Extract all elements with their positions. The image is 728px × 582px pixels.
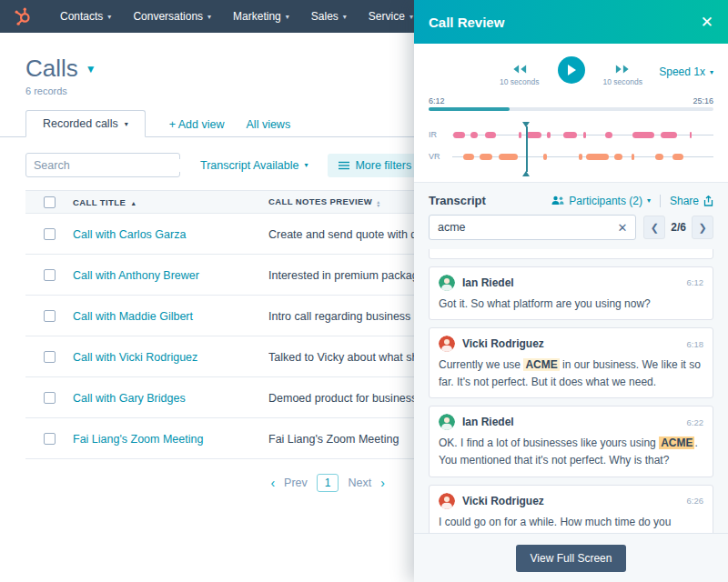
fast-forward-icon — [615, 64, 630, 75]
speed-selector[interactable]: Speed 1x ▾ — [659, 65, 713, 78]
select-all-checkbox[interactable] — [44, 196, 56, 208]
speaker-tracks: IRVR — [429, 122, 713, 176]
nav-item-service[interactable]: Service▾ — [359, 6, 422, 26]
row-checkbox[interactable] — [44, 269, 56, 281]
add-view-link[interactable]: + Add view — [158, 112, 236, 137]
transcript-search-input[interactable] — [438, 221, 617, 234]
transcript-message[interactable]: Vicki Rodriguez6:18Currently we use ACME… — [429, 327, 713, 398]
nav-item-sales[interactable]: Sales▾ — [302, 6, 356, 26]
transcript-section: Transcript Participants (2) ▾ Share — [414, 182, 728, 533]
call-title-header-label: CALL TITLE — [73, 197, 126, 207]
chevron-down-icon: ▾ — [286, 13, 289, 21]
page-title-caret-icon[interactable]: ▼ — [86, 63, 96, 75]
nav-item-label: Conversations — [133, 10, 203, 23]
speech-segment — [480, 154, 492, 160]
row-checkbox[interactable] — [44, 310, 56, 322]
nav-item-marketing[interactable]: Marketing▾ — [224, 6, 298, 26]
transcript-available-label: Transcript Available — [200, 159, 298, 172]
more-filters-label: More filters — [355, 159, 411, 172]
clear-search-icon[interactable]: ✕ — [617, 221, 627, 235]
search-match-highlight: ACME — [523, 358, 559, 371]
call-notes-header-label: CALL NOTES PREVIEW — [268, 196, 372, 206]
call-title-link[interactable]: Call with Vicki Rodriguez — [73, 351, 197, 364]
transcript-message[interactable]: We've been growing fine in the current c… — [429, 249, 713, 259]
all-views-link[interactable]: All views — [236, 112, 302, 137]
chevron-down-icon: ▾ — [710, 68, 713, 76]
message-timestamp: 6:12 — [687, 277, 704, 287]
current-time: 6:12 — [429, 96, 445, 105]
transcript-messages: We've been growing fine in the current c… — [414, 249, 728, 533]
chevron-down-icon: ▾ — [304, 161, 308, 169]
rewind-icon — [512, 64, 527, 75]
row-checkbox[interactable] — [44, 392, 56, 404]
row-checkbox[interactable] — [44, 433, 56, 445]
next-page-chevron-icon[interactable]: › — [380, 476, 385, 490]
speaker-name: Vicki Rodriguez — [462, 495, 544, 507]
tab-recorded-calls[interactable]: Recorded calls ▾ — [25, 110, 146, 137]
speech-segment — [543, 154, 548, 160]
play-button[interactable] — [558, 56, 585, 84]
speech-segment — [672, 154, 684, 160]
call-title-link[interactable]: Call with Gary Bridges — [73, 392, 186, 405]
speech-segment — [586, 154, 609, 160]
previous-match-button[interactable]: ❮ — [643, 216, 665, 239]
speech-segment — [563, 132, 577, 138]
transcript-message[interactable]: Vicki Rodriguez6:26I could go on for a w… — [429, 485, 713, 533]
page-title: Calls — [25, 55, 78, 83]
speech-segment — [453, 132, 465, 138]
speech-segment — [605, 132, 612, 138]
total-time: 25:16 — [693, 96, 713, 105]
speech-segment — [632, 132, 654, 138]
nav-item-contacts[interactable]: Contacts▾ — [51, 6, 120, 26]
call-title-link[interactable]: Call with Anthony Brewer — [73, 269, 199, 282]
search-input[interactable] — [34, 159, 180, 172]
speech-segment — [632, 154, 634, 160]
call-title-link[interactable]: Call with Maddie Gilbert — [73, 310, 193, 323]
transcript-available-filter[interactable]: Transcript Available ▾ — [200, 159, 308, 172]
more-filters-button[interactable]: More filters — [328, 154, 422, 177]
call-title-link[interactable]: Call with Carlos Garza — [73, 228, 186, 241]
sort-icon: ▴▾ — [377, 200, 379, 207]
speech-segment — [526, 132, 541, 138]
chevron-down-icon: ▾ — [647, 196, 651, 205]
nav-item-label: Contacts — [60, 10, 103, 23]
speaker-name: Ian Riedel — [462, 416, 514, 428]
nav-item-label: Sales — [311, 10, 339, 23]
transcript-message[interactable]: Ian Riedel6:12Got it. So what platform a… — [429, 266, 713, 321]
speech-segment — [470, 132, 478, 138]
progress-bar[interactable] — [429, 107, 713, 111]
transcript-search-box[interactable]: ✕ — [429, 215, 636, 240]
current-page-number[interactable]: 1 — [317, 474, 339, 492]
audio-player: 10 seconds 10 seconds Speed 1x ▾ 6:12 25… — [414, 44, 728, 182]
prev-page-label[interactable]: Prev — [284, 477, 308, 489]
speech-segment — [690, 132, 693, 138]
row-checkbox[interactable] — [44, 228, 56, 240]
hubspot-logo-icon[interactable] — [13, 6, 33, 26]
next-page-label[interactable]: Next — [348, 477, 371, 489]
share-icon — [703, 196, 713, 206]
prev-page-chevron-icon[interactable]: ‹ — [270, 476, 275, 490]
search-box[interactable] — [25, 153, 180, 177]
share-button[interactable]: Share — [670, 195, 713, 207]
participants-label: Participants (2) — [569, 195, 642, 207]
speech-segment — [485, 132, 496, 138]
rewind-10-seconds-button[interactable]: 10 seconds — [500, 56, 539, 86]
message-text: Currently we use ACME in our business. W… — [439, 356, 703, 390]
nav-item-conversations[interactable]: Conversations▾ — [124, 6, 220, 26]
close-icon[interactable]: ✕ — [701, 15, 713, 30]
speech-segment — [614, 154, 622, 160]
participants-dropdown[interactable]: Participants (2) ▾ — [551, 195, 651, 207]
call-notes-text: Fai Liang's Zoom Meeting — [268, 433, 399, 446]
next-match-button[interactable]: ❯ — [692, 216, 713, 239]
progress-fill — [429, 107, 510, 111]
speech-segment — [655, 154, 663, 160]
view-full-screen-button[interactable]: View Full Screen — [516, 545, 627, 572]
transcript-message[interactable]: Ian Riedel6:22OK. I find a lot of busine… — [429, 406, 713, 477]
row-checkbox[interactable] — [44, 351, 56, 363]
column-header-call-title[interactable]: CALL TITLE▲ — [73, 197, 268, 207]
forward-label: 10 seconds — [603, 77, 642, 86]
speech-segment — [583, 132, 586, 138]
call-title-link[interactable]: Fai Liang's Zoom Meeting — [73, 433, 203, 446]
forward-10-seconds-button[interactable]: 10 seconds — [603, 56, 642, 86]
chevron-down-icon: ▾ — [343, 13, 347, 21]
